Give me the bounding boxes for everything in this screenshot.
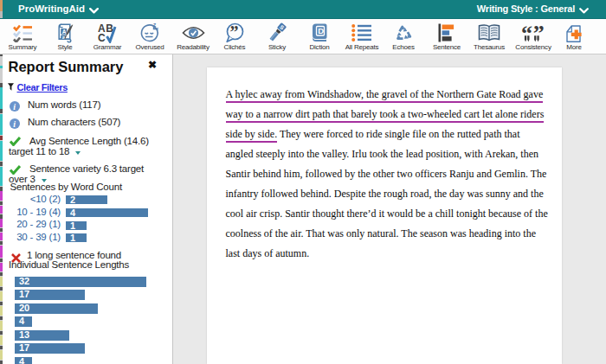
svg-text:”: ” <box>230 22 239 42</box>
svg-text:i: i <box>13 118 16 128</box>
svg-text:i: i <box>13 101 16 111</box>
svg-text:A: A <box>61 29 66 35</box>
svg-text:z: z <box>157 26 159 31</box>
svg-text:C: C <box>98 32 106 43</box>
svg-text:“: “ <box>521 23 532 43</box>
svg-text:D: D <box>318 26 324 35</box>
